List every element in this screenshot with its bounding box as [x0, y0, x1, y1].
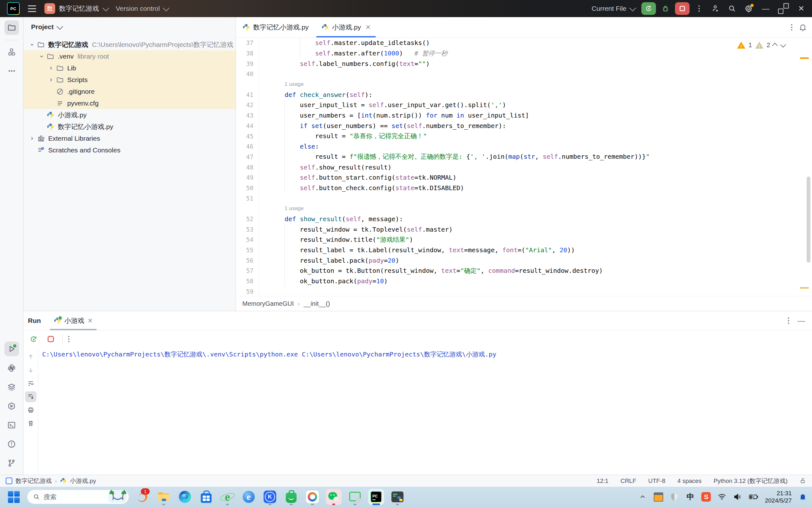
hide-tool-window-icon[interactable]: —: [798, 316, 805, 325]
settings-button[interactable]: [742, 2, 756, 15]
wifi-icon[interactable]: [717, 492, 727, 502]
python-packages-tool-button[interactable]: [4, 360, 19, 375]
more-tool-windows-button[interactable]: [4, 64, 19, 78]
taskbar-browser-blue-e[interactable]: e: [241, 488, 257, 506]
status-project-name[interactable]: 数字记忆游戏: [15, 477, 52, 485]
project-panel-header[interactable]: Project: [23, 17, 236, 37]
notification-bell-icon[interactable]: [798, 492, 808, 502]
debug-button[interactable]: [658, 2, 672, 15]
line-number[interactable]: 45: [236, 133, 258, 140]
line-number[interactable]: 56: [236, 257, 258, 264]
line-number[interactable]: 43: [236, 112, 258, 119]
line-number[interactable]: 57: [236, 267, 258, 274]
taskbar-python-console[interactable]: [390, 488, 405, 506]
status-file-name[interactable]: 小游戏.py: [70, 477, 96, 485]
line-number[interactable]: 42: [236, 101, 258, 108]
editor-tab-active[interactable]: 小游戏.py ✕: [315, 17, 377, 38]
tree-item[interactable]: 数字记忆小游戏.py: [23, 121, 236, 132]
print-icon[interactable]: [25, 405, 37, 415]
version-control-tool-button[interactable]: [4, 456, 19, 470]
line-number[interactable]: 48: [236, 164, 258, 171]
scroll-to-end-icon[interactable]: [25, 391, 37, 402]
line-number[interactable]: 46: [236, 143, 258, 150]
tree-item[interactable]: .venvlibrary root: [23, 50, 236, 62]
line-number[interactable]: 41: [236, 91, 258, 98]
search-everywhere-button[interactable]: [725, 2, 739, 15]
services-tool-button[interactable]: [4, 380, 19, 394]
chevron-right-icon[interactable]: [28, 136, 36, 141]
taskbar-search[interactable]: 搜索: [27, 488, 129, 506]
warning-stripe-mark[interactable]: [800, 287, 809, 289]
editor-options-kebab-icon[interactable]: [791, 24, 792, 31]
close-run-tab-icon[interactable]: ✕: [88, 317, 93, 325]
taskbar-file-explorer[interactable]: [156, 488, 171, 506]
stop-process-button[interactable]: [45, 334, 56, 344]
project-widget[interactable]: 数 数字记忆游戏: [44, 3, 107, 14]
ime-indicator[interactable]: 中: [686, 492, 695, 502]
down-stack-trace-icon[interactable]: [25, 365, 37, 376]
editor-tab-inactive[interactable]: 数字记忆小游戏.py: [236, 17, 315, 38]
status-item[interactable]: 12:1: [597, 477, 608, 485]
stop-button[interactable]: [675, 2, 690, 15]
line-number[interactable]: 38: [236, 50, 258, 57]
tree-item[interactable]: Lib: [23, 62, 236, 74]
tree-item[interactable]: External Libraries: [23, 132, 236, 144]
chevron-right-icon[interactable]: [47, 77, 55, 82]
up-stack-trace-icon[interactable]: [25, 351, 37, 362]
taskbar-wechat[interactable]: [326, 488, 342, 506]
tree-item[interactable]: 数字记忆游戏C:\Users\lenovo\PycharmProjects\数字…: [23, 39, 236, 50]
line-number[interactable]: 40: [236, 70, 258, 77]
run-panel-title[interactable]: Run: [23, 317, 49, 325]
more-actions-button[interactable]: [692, 2, 706, 15]
start-button[interactable]: [6, 488, 21, 506]
run-anything-tool-button[interactable]: [4, 399, 19, 413]
volume-icon[interactable]: [733, 492, 743, 502]
rerun-run-button[interactable]: [28, 334, 39, 344]
tray-security-shield-icon[interactable]: [670, 492, 679, 502]
taskbar-pycharm[interactable]: PC: [368, 488, 384, 506]
line-number[interactable]: 39: [236, 60, 258, 67]
run-configuration-selector[interactable]: Current File: [592, 5, 635, 12]
status-item[interactable]: Python 3.12 (数字记忆游戏): [714, 477, 788, 485]
rerun-button[interactable]: [641, 2, 656, 15]
vcs-widget[interactable]: Version control: [116, 5, 168, 12]
taskbar-microsoft-store[interactable]: [198, 488, 214, 506]
close-button[interactable]: ✕: [794, 4, 809, 13]
line-number[interactable]: 54: [236, 236, 258, 243]
main-menu-button[interactable]: [28, 5, 36, 12]
line-number[interactable]: 47: [236, 153, 258, 160]
code-editor[interactable]: 37 self.master.update_idletasks()38 self…: [236, 38, 812, 296]
taskbar-browser-green-e[interactable]: e: [219, 488, 235, 506]
taskbar-screen-share[interactable]: [347, 488, 363, 506]
run-toolbar-kebab-icon[interactable]: [68, 336, 69, 342]
line-number[interactable]: 50: [236, 184, 258, 191]
run-tab[interactable]: 小游戏 ✕: [49, 311, 97, 330]
usage-inlay-row[interactable]: 1 usage: [236, 204, 812, 214]
taskbar-app-browser360[interactable]: 1: [135, 488, 150, 506]
line-number[interactable]: 44: [236, 122, 258, 129]
problems-tool-button[interactable]: [4, 437, 19, 451]
console-output[interactable]: C:\Users\lenovo\PycharmProjects\数字记忆游戏\.…: [38, 348, 812, 475]
notifications-bell-icon[interactable]: [799, 23, 807, 32]
chevron-right-icon[interactable]: [47, 66, 55, 71]
tree-item[interactable]: pyvenv.cfg: [23, 97, 236, 109]
project-tool-button[interactable]: [4, 20, 19, 35]
chevron-down-icon[interactable]: [38, 54, 46, 59]
code-with-me-button[interactable]: [709, 2, 722, 15]
line-number[interactable]: 37: [236, 39, 258, 46]
line-number[interactable]: 55: [236, 246, 258, 253]
line-number[interactable]: 53: [236, 226, 258, 233]
taskbar-edge[interactable]: [177, 488, 193, 506]
soft-wrap-icon[interactable]: [25, 378, 37, 389]
status-item[interactable]: 4 spaces: [677, 477, 702, 485]
line-number[interactable]: 49: [236, 174, 258, 181]
taskbar-clock[interactable]: 21:31 2024/5/27: [765, 490, 792, 504]
inspections-widget[interactable]: ! 1 ! 2: [737, 42, 785, 49]
tree-item[interactable]: Scripts: [23, 74, 236, 86]
unlocked-icon[interactable]: [800, 477, 806, 484]
close-tab-icon[interactable]: ✕: [365, 23, 371, 31]
clear-console-icon[interactable]: [25, 418, 37, 429]
line-number[interactable]: 52: [236, 216, 258, 222]
structure-tool-button[interactable]: [4, 45, 19, 59]
taskbar-ev-capture[interactable]: [305, 488, 320, 506]
